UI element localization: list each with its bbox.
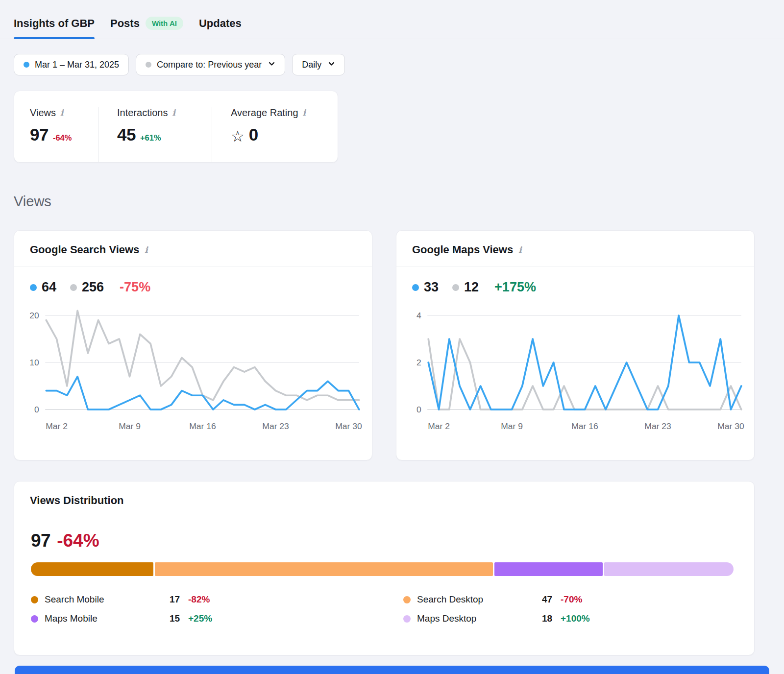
date-range-label: Mar 1 – Mar 31, 2025: [35, 60, 119, 70]
google-search-views-chart[interactable]: 01020Mar 2Mar 9Mar 16Mar 23Mar 30: [25, 298, 362, 433]
card-title: Google Maps Views: [412, 243, 513, 256]
previous-period-dot: [146, 62, 151, 68]
svg-text:Mar 2: Mar 2: [428, 421, 450, 431]
tab-updates[interactable]: Updates: [199, 17, 242, 30]
svg-text:0: 0: [416, 405, 421, 414]
interactions-label: Interactions: [117, 107, 168, 119]
svg-text:20: 20: [29, 311, 39, 320]
current-period-dot: [24, 62, 29, 68]
divider: [396, 266, 754, 266]
svg-text:Mar 23: Mar 23: [644, 421, 671, 431]
current-series-dot: [412, 284, 419, 291]
info-icon[interactable]: i: [60, 109, 63, 117]
distribution-total-row: 97 -64%: [31, 530, 754, 551]
legend-number: 17: [170, 594, 188, 605]
interactions-delta: +61%: [140, 133, 161, 143]
compare-to-dropdown[interactable]: Compare to: Previous year: [136, 54, 285, 75]
chart-legend: 33 12 +175%: [412, 280, 738, 295]
info-icon[interactable]: i: [145, 246, 147, 254]
bar-segment-search-desktop[interactable]: [155, 562, 493, 576]
previous-total: 12: [464, 280, 479, 295]
bar-segment-search-mobile[interactable]: [31, 562, 153, 576]
maps-mobile-dot: [31, 615, 38, 623]
chart-legend: 64 256 -75%: [30, 280, 356, 295]
google-search-views-card: Google Search Views i 64 256 -75% 01020M…: [14, 230, 372, 460]
interactions-stat: Interactions i 45 +61%: [98, 107, 212, 162]
date-range-chip[interactable]: Mar 1 – Mar 31, 2025: [14, 54, 129, 75]
info-icon[interactable]: i: [518, 246, 521, 254]
card-title: Google Search Views: [30, 243, 139, 256]
svg-text:Mar 9: Mar 9: [119, 421, 141, 431]
search-desktop-dot: [403, 596, 411, 603]
chevron-down-icon: [328, 60, 335, 70]
distribution-delta: -64%: [57, 530, 99, 551]
distribution-legend: Search Mobile 17 -82% Search Desktop 47 …: [31, 594, 754, 624]
tab-insights-of-gbp[interactable]: Insights of GBP: [14, 17, 95, 30]
granularity-label: Daily: [302, 60, 321, 70]
google-maps-views-chart[interactable]: 024Mar 2Mar 9Mar 16Mar 23Mar 30: [407, 298, 744, 433]
tab-label: Insights of GBP: [14, 17, 95, 30]
filter-row: Mar 1 – Mar 31, 2025 Compare to: Previou…: [14, 54, 784, 75]
previous-series-dot: [452, 284, 459, 291]
legend-label: Search Desktop: [417, 594, 483, 605]
legend-delta: -70%: [561, 594, 582, 605]
summary-stats-card: Views i 97 -64% Interactions i 45 +61% A…: [14, 91, 338, 163]
legend-item-search-mobile: Search Mobile: [31, 594, 170, 605]
charts-row: Google Search Views i 64 256 -75% 01020M…: [14, 230, 784, 460]
legend-delta: +100%: [561, 613, 590, 624]
tab-label: Posts: [110, 17, 140, 30]
legend-value-search-mobile: 17 -82%: [170, 594, 403, 605]
granularity-dropdown[interactable]: Daily: [292, 54, 345, 75]
chart-delta: +175%: [494, 280, 536, 295]
chart-delta: -75%: [120, 280, 150, 295]
svg-text:0: 0: [34, 405, 39, 414]
views-delta: -64%: [53, 133, 72, 143]
legend-number: 18: [542, 613, 561, 624]
legend-item-maps-mobile: Maps Mobile: [31, 613, 170, 624]
current-total: 33: [424, 280, 439, 295]
legend-label: Maps Mobile: [45, 613, 98, 624]
current-series-dot: [30, 284, 37, 291]
bar-segment-maps-mobile[interactable]: [494, 562, 602, 576]
views-value: 97: [30, 125, 49, 144]
legend-value-maps-desktop: 18 +100%: [542, 613, 754, 624]
google-maps-views-card: Google Maps Views i 33 12 +175% 024Mar 2…: [396, 230, 755, 460]
compare-to-label: Compare to: Previous year: [157, 60, 262, 70]
svg-text:Mar 23: Mar 23: [262, 421, 289, 431]
maps-desktop-dot: [403, 615, 411, 623]
legend-delta: +25%: [188, 613, 212, 624]
info-icon[interactable]: i: [172, 109, 175, 117]
legend-number: 47: [542, 594, 561, 605]
card-title: Views Distribution: [30, 494, 124, 507]
legend-item-search-desktop: Search Desktop: [403, 594, 542, 605]
bar-segment-maps-desktop[interactable]: [604, 562, 734, 576]
svg-text:Mar 9: Mar 9: [501, 421, 523, 431]
average-rating-stat: Average Rating i ☆ 0: [212, 107, 306, 162]
legend-value-search-desktop: 47 -70%: [542, 594, 754, 605]
legend-delta: -82%: [188, 594, 210, 605]
svg-text:4: 4: [416, 311, 421, 320]
info-icon[interactable]: i: [303, 109, 306, 117]
views-distribution-card: Views Distribution 97 -64% Search Mobile…: [14, 481, 755, 655]
svg-text:Mar 2: Mar 2: [46, 421, 68, 431]
svg-text:Mar 30: Mar 30: [717, 421, 744, 431]
svg-text:10: 10: [29, 358, 39, 367]
with-ai-badge: With AI: [146, 17, 183, 30]
svg-text:Mar 16: Mar 16: [571, 421, 598, 431]
bottom-banner-edge: [15, 666, 769, 674]
tab-label: Updates: [199, 17, 242, 30]
distribution-total: 97: [31, 530, 50, 551]
views-section-title: Views: [14, 193, 784, 210]
divider: [14, 517, 754, 517]
interactions-value: 45: [117, 125, 136, 144]
legend-value-maps-mobile: 15 +25%: [170, 613, 403, 624]
legend-number: 15: [170, 613, 188, 624]
average-rating-label: Average Rating: [231, 107, 298, 119]
distribution-bar: [31, 562, 734, 576]
legend-item-maps-desktop: Maps Desktop: [403, 613, 542, 624]
current-total: 64: [42, 280, 56, 295]
chevron-down-icon: [268, 60, 275, 70]
search-mobile-dot: [31, 596, 38, 603]
average-rating-value: 0: [249, 125, 258, 144]
tab-posts[interactable]: Posts With AI: [110, 17, 183, 30]
